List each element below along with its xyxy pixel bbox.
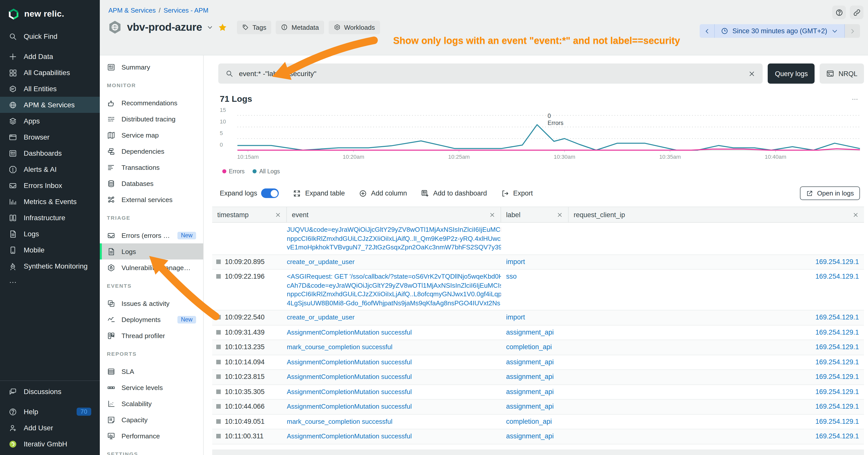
subnav-item-capacity[interactable]: Capacity [100,412,203,428]
table-row[interactable]: JUQVU&code=eyJraWQiOiJjcGltY29yZV8wOTl1M… [212,223,864,255]
row-marker[interactable] [216,274,221,279]
table-row[interactable]: 10:10:13.235mark_course_completion succe… [212,340,864,355]
sidebar-item-dashboards[interactable]: Dashboards [0,145,100,161]
sidebar-item-logs[interactable]: Logs [0,226,100,242]
cell-label[interactable]: import [501,311,568,325]
workloads-button[interactable]: Workloads [329,21,380,34]
table-row[interactable]: 10:09:20.895create_or_update_userimport1… [212,255,864,269]
expand-table-button[interactable]: Expand table [293,189,345,197]
cell-label[interactable]: completion_api [501,415,568,429]
cell-label[interactable]: import [501,255,568,269]
cell-request-client-ip[interactable]: 169.254.129.1 [568,370,864,384]
subnav-item-databases[interactable]: Databases [100,175,203,192]
sidebar-item-add-data[interactable]: Add Data [0,48,100,65]
cell-event[interactable]: AssignmentCompletionMutation successful [287,429,501,444]
table-row[interactable]: 10:10:35.305AssignmentCompletionMutation… [212,385,864,399]
sidebar-item-discussions[interactable]: Discussions [0,384,100,399]
sidebar-item-apps[interactable]: Apps [0,113,100,129]
sidebar-item-browser[interactable]: Browser [0,129,100,145]
open-in-logs-button[interactable]: Open in logs [800,187,860,200]
subnav-item-transactions[interactable]: Transactions [100,159,203,175]
favorite-star-icon[interactable] [218,23,227,32]
cell-request-client-ip[interactable] [568,223,864,237]
column-header-label[interactable]: label [501,207,568,222]
remove-column-icon[interactable] [489,212,496,218]
cell-event[interactable]: create_or_update_user [287,311,501,325]
sidebar-item-synthetic-monitoring[interactable]: Synthetic Monitoring [0,258,100,274]
table-row[interactable]: 10:10:49.051mark_course_completion succe… [212,415,864,429]
cell-label[interactable]: sso [501,269,568,284]
sidebar-item-all-capabilities[interactable]: All Capabilities [0,65,100,80]
cell-request-client-ip[interactable]: 169.254.129.1 [568,415,864,429]
sidebar-item-quick-find[interactable]: Quick Find [0,28,100,44]
cell-event[interactable]: mark_course_completion successful [287,415,501,429]
cell-event[interactable]: AssignmentCompletionMutation successful [287,355,501,369]
row-marker[interactable] [216,315,221,320]
subnav-item-vulnerability-management[interactable]: Vulnerability Management [100,260,203,275]
sidebar-item-alerts-ai[interactable]: Alerts & AI [0,161,100,177]
legend-errors[interactable]: Errors [222,168,245,174]
panel-more-menu[interactable] [850,96,860,103]
expand-logs-toggle[interactable] [261,189,279,198]
entity-switcher-chevron-icon[interactable] [207,24,213,31]
cell-request-client-ip[interactable]: 169.254.129.1 [568,255,864,269]
sidebar-item-metrics-events[interactable]: Metrics & Events [0,194,100,209]
subnav-item-deployments[interactable]: DeploymentsNew [100,312,203,327]
time-picker-dropdown[interactable]: Since 30 minutes ago (GMT+2) [715,24,845,38]
column-header-timestamp[interactable]: timestamp [212,207,287,222]
query-logs-button[interactable]: Query logs [768,64,815,84]
cell-request-client-ip[interactable]: 169.254.129.1 [568,340,864,355]
row-marker[interactable] [216,375,221,379]
subnav-item-summary[interactable]: Summary [100,59,203,75]
add-column-button[interactable]: Add column [359,189,407,197]
cell-request-client-ip[interactable]: 169.254.129.1 [568,311,864,325]
remove-column-icon[interactable] [557,212,563,218]
sidebar-item-apm-services[interactable]: APM & Services [0,97,100,113]
export-button[interactable]: Export [501,189,533,197]
cell-request-client-ip[interactable]: 169.254.129.1 [568,399,864,414]
row-marker[interactable] [216,434,221,438]
subnav-item-logs[interactable]: Logs [100,243,203,260]
subnav-item-external-services[interactable]: External services [100,192,203,207]
sidebar-item-more[interactable] [0,274,100,290]
table-row[interactable]: 10:11:00.311AssignmentCompletionMutation… [212,429,864,444]
column-header-event[interactable]: event [287,207,501,222]
sidebar-item-iterativ-gmbh[interactable]: Iterativ GmbH [0,436,100,452]
logs-query-input[interactable]: event:* -"label":"security" [218,64,763,84]
subnav-item-performance[interactable]: Performance [100,428,203,444]
time-picker-prev-button[interactable] [700,24,715,38]
clear-query-icon[interactable] [748,70,756,77]
table-row[interactable]: 10:10:14.094AssignmentCompletionMutation… [212,355,864,370]
cell-event[interactable]: create_or_update_user [287,255,501,269]
subnav-item-service-levels[interactable]: Service levels [100,380,203,395]
row-marker[interactable] [216,259,221,264]
table-row[interactable]: 10:10:44.066AssignmentCompletionMutation… [212,399,864,415]
cell-request-client-ip[interactable]: 169.254.129.1 [568,355,864,369]
subnav-item-sla[interactable]: SLA [100,363,203,380]
cell-event[interactable]: AssignmentCompletionMutation successful [287,385,501,399]
time-picker-next-button[interactable] [845,24,860,38]
metadata-button[interactable]: Metadata [276,21,324,34]
subnav-item-thread-profiler[interactable]: Thread profiler [100,327,203,344]
remove-column-icon[interactable] [275,212,281,218]
column-header-request-client-ip[interactable]: request_client_ip [568,207,864,222]
breadcrumb-apm-services[interactable]: APM & Services [108,6,156,14]
nrql-button[interactable]: NRQL [820,64,864,84]
row-marker[interactable] [216,404,221,409]
sidebar-item-help[interactable]: Help70 [0,403,100,420]
row-marker[interactable] [216,389,221,394]
row-marker[interactable] [216,330,221,334]
breadcrumb-services-apm[interactable]: Services - APM [163,6,209,14]
cell-event[interactable]: mark_course_completion successful [287,340,501,355]
help-button[interactable] [832,5,846,19]
cell-event[interactable]: JUQVU&code=eyJraWQiOiJjcGltY29yZV8wOTl1M… [287,223,501,254]
cell-label[interactable]: completion_api [501,340,568,355]
sidebar-item-add-user[interactable]: Add User [0,420,100,436]
subnav-item-scalability[interactable]: Scalability [100,395,203,412]
cell-event[interactable]: <ASGIRequest: GET '/sso/callback/?state=… [287,269,501,310]
sidebar-item-infrastructure[interactable]: Infrastructure [0,209,100,226]
sidebar-item-mobile[interactable]: Mobile [0,242,100,258]
sidebar-item-errors-inbox[interactable]: Errors Inbox [0,177,100,194]
remove-column-icon[interactable] [852,212,859,218]
cell-request-client-ip[interactable]: 169.254.129.1 [568,325,864,339]
